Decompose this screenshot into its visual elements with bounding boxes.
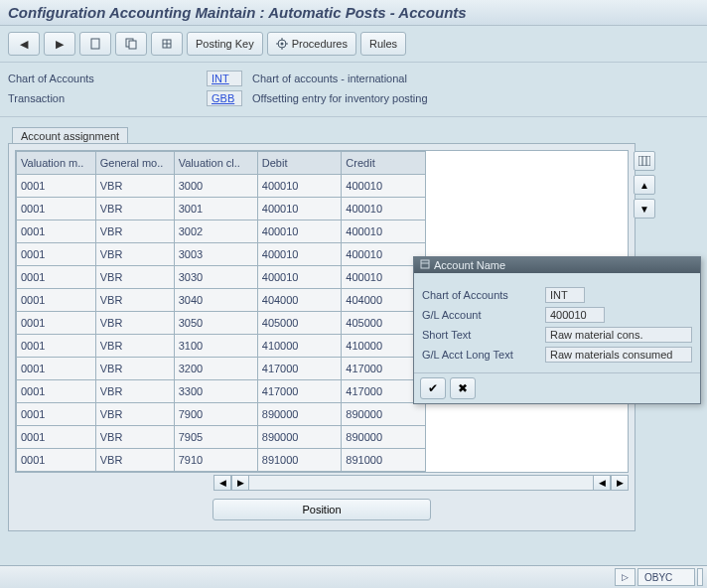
- col-valuation-class[interactable]: Valuation cl..: [174, 152, 257, 175]
- table-cell[interactable]: VBR: [95, 335, 174, 358]
- new-icon[interactable]: [79, 32, 111, 56]
- table-cell[interactable]: 890000: [257, 426, 342, 449]
- table-cell[interactable]: 3050: [174, 312, 257, 335]
- table-cell[interactable]: 0001: [17, 380, 96, 403]
- config-columns-icon[interactable]: [634, 151, 655, 171]
- table-cell[interactable]: VBR: [95, 426, 174, 449]
- status-expand-icon[interactable]: ▷: [615, 568, 636, 586]
- nav-forward-button[interactable]: ▶: [44, 32, 75, 56]
- table-cell[interactable]: 400010: [257, 220, 342, 243]
- popup-confirm-button[interactable]: ✔: [420, 377, 446, 399]
- table-row[interactable]: 0001VBR3300417000417000: [17, 380, 426, 403]
- table-cell[interactable]: 891000: [342, 449, 426, 472]
- table-cell[interactable]: 891000: [257, 449, 342, 472]
- popup-chart-value[interactable]: INT: [545, 287, 585, 303]
- table-cell[interactable]: VBR: [95, 449, 174, 472]
- chart-of-accounts-value[interactable]: INT: [207, 71, 242, 86]
- table-cell[interactable]: 400010: [257, 266, 342, 289]
- transaction-value[interactable]: GBB: [207, 90, 242, 106]
- table-cell[interactable]: 0001: [17, 289, 96, 312]
- table-cell[interactable]: 0001: [17, 198, 96, 220]
- table-cell[interactable]: 0001: [17, 312, 96, 335]
- table-cell[interactable]: 400010: [257, 243, 342, 266]
- table-cell[interactable]: 0001: [17, 335, 96, 358]
- table-cell[interactable]: VBR: [95, 312, 174, 335]
- table-cell[interactable]: 0001: [17, 358, 96, 380]
- table-cell[interactable]: 3300: [174, 380, 257, 403]
- table-cell[interactable]: VBR: [95, 175, 174, 198]
- table-cell[interactable]: 3040: [174, 289, 257, 312]
- table-cell[interactable]: 3200: [174, 358, 257, 380]
- table-cell[interactable]: 417000: [257, 380, 342, 403]
- table-row[interactable]: 0001VBR3001400010400010: [17, 198, 426, 220]
- copy-icon[interactable]: [115, 32, 147, 56]
- table-cell[interactable]: 0001: [17, 266, 96, 289]
- table-cell[interactable]: 3003: [174, 243, 257, 266]
- table-cell[interactable]: 890000: [342, 426, 426, 449]
- col-general-modif[interactable]: General mo..: [95, 152, 174, 175]
- table-cell[interactable]: 400010: [257, 198, 342, 220]
- rules-button[interactable]: Rules: [360, 32, 406, 56]
- table-cell[interactable]: 410000: [257, 335, 342, 358]
- table-cell[interactable]: 3001: [174, 198, 257, 220]
- table-cell[interactable]: VBR: [95, 289, 174, 312]
- table-cell[interactable]: 404000: [257, 289, 342, 312]
- table-cell[interactable]: 0001: [17, 220, 96, 243]
- table-cell[interactable]: 417000: [257, 358, 342, 380]
- scroll-right-icon[interactable]: ▶: [611, 475, 629, 491]
- table-cell[interactable]: 3100: [174, 335, 257, 358]
- position-button[interactable]: Position: [212, 499, 431, 520]
- scroll-left-far-icon[interactable]: ◀: [593, 475, 611, 491]
- scroll-right-near-icon[interactable]: ▶: [231, 475, 249, 491]
- scroll-left-icon[interactable]: ◀: [213, 475, 231, 491]
- popup-long-value[interactable]: Raw materials consumed: [545, 347, 692, 363]
- table-row[interactable]: 0001VBR7900890000890000: [17, 403, 426, 426]
- table-cell[interactable]: 0001: [17, 403, 96, 426]
- table-cell[interactable]: 400010: [342, 220, 426, 243]
- table-cell[interactable]: 400010: [342, 198, 426, 220]
- nav-back-button[interactable]: ◀: [8, 32, 40, 56]
- delete-icon[interactable]: [151, 32, 183, 56]
- table-cell[interactable]: 7905: [174, 426, 257, 449]
- table-cell[interactable]: VBR: [95, 198, 174, 220]
- table-row[interactable]: 0001VBR3050405000405000: [17, 312, 426, 335]
- table-row[interactable]: 0001VBR3030400010400010: [17, 266, 426, 289]
- table-row[interactable]: 0001VBR3000400010400010: [17, 175, 426, 198]
- table-cell[interactable]: 0001: [17, 175, 96, 198]
- scroll-down-icon[interactable]: ▼: [634, 199, 655, 219]
- table-cell[interactable]: VBR: [95, 266, 174, 289]
- table-row[interactable]: 0001VBR3002400010400010: [17, 220, 426, 243]
- popup-short-value[interactable]: Raw material cons.: [545, 327, 692, 343]
- table-cell[interactable]: 3000: [174, 175, 257, 198]
- table-row[interactable]: 0001VBR7905890000890000: [17, 426, 426, 449]
- table-cell[interactable]: 0001: [17, 243, 96, 266]
- posting-key-button[interactable]: Posting Key: [187, 32, 263, 56]
- procedures-button[interactable]: Procedures: [267, 32, 356, 56]
- col-debit[interactable]: Debit: [257, 152, 342, 175]
- table-cell[interactable]: 3030: [174, 266, 257, 289]
- table-row[interactable]: 0001VBR3100410000410000: [17, 335, 426, 358]
- table-cell[interactable]: VBR: [95, 243, 174, 266]
- popup-cancel-button[interactable]: ✖: [450, 377, 476, 399]
- scroll-track[interactable]: [249, 475, 593, 491]
- table-cell[interactable]: 400010: [342, 175, 426, 198]
- table-cell[interactable]: 7910: [174, 449, 257, 472]
- table-cell[interactable]: 400010: [257, 175, 342, 198]
- table-cell[interactable]: 0001: [17, 426, 96, 449]
- table-row[interactable]: 0001VBR3003400010400010: [17, 243, 426, 266]
- table-cell[interactable]: VBR: [95, 403, 174, 426]
- table-cell[interactable]: 405000: [257, 312, 342, 335]
- table-cell[interactable]: 890000: [342, 403, 426, 426]
- table-cell[interactable]: VBR: [95, 380, 174, 403]
- scroll-top-icon[interactable]: ▲: [634, 175, 655, 195]
- table-cell[interactable]: VBR: [95, 220, 174, 243]
- tab-account-assignment[interactable]: Account assignment: [12, 127, 128, 144]
- col-credit[interactable]: Credit: [342, 152, 426, 175]
- table-cell[interactable]: 890000: [257, 403, 342, 426]
- table-row[interactable]: 0001VBR3040404000404000: [17, 289, 426, 312]
- table-cell[interactable]: 7900: [174, 403, 257, 426]
- col-valuation-modif[interactable]: Valuation m..: [17, 152, 96, 175]
- table-cell[interactable]: VBR: [95, 358, 174, 380]
- table-row[interactable]: 0001VBR7910891000891000: [17, 449, 426, 472]
- popup-gl-value[interactable]: 400010: [545, 307, 605, 323]
